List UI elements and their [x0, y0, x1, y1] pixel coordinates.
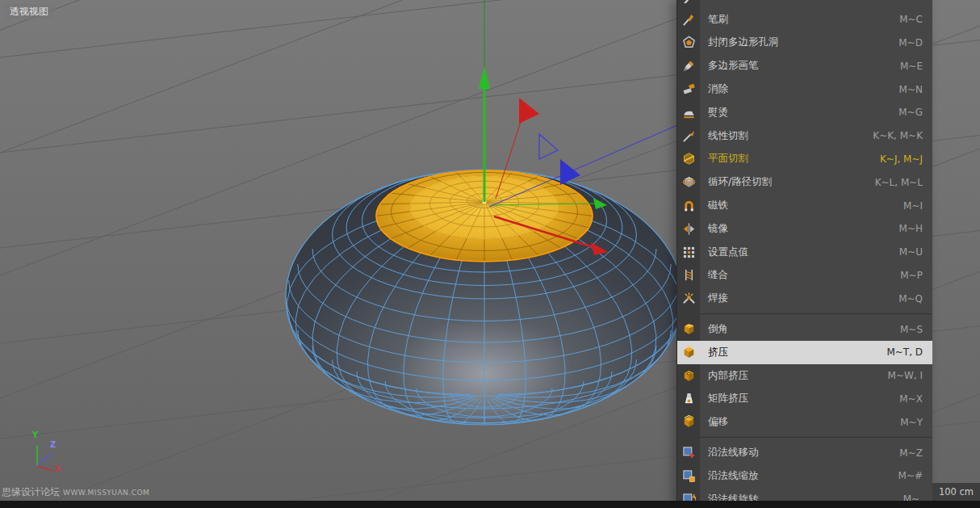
menu-item-label: 循环/路径切割 [700, 175, 875, 189]
set-point-value-icon [677, 241, 700, 264]
mirror-icon [677, 217, 700, 241]
axis-x-label: X [55, 464, 61, 473]
menu-item-bevel[interactable]: 倒角M~S [677, 317, 932, 341]
menu-item-loop-path-cut[interactable]: 循环/路径切割K~L, M~L [677, 170, 932, 194]
menu-item-shortcut: M~N [899, 84, 932, 95]
menu-item-magnet[interactable]: 磁铁M~I [677, 194, 932, 217]
menu-item-set-point-value[interactable]: 设置点值M~U [677, 241, 932, 264]
menu-item-line-cut[interactable]: 线性切割K~K, M~K [677, 124, 932, 148]
polygon-pen-icon [677, 54, 700, 78]
menu-item-shortcut: M~Y [900, 417, 932, 428]
menu-item-plane-cut[interactable]: 平面切割K~J, M~J [677, 148, 932, 171]
smooth-shift-icon [677, 410, 700, 434]
menu-item-close-polygon-hole[interactable]: 封闭多边形孔洞M~D [677, 31, 932, 55]
menu-item-label: 内部挤压 [700, 369, 888, 383]
dissolve-icon [677, 78, 700, 101]
iron-icon [677, 101, 700, 124]
menu-item-label: 沿法线移动 [700, 446, 899, 460]
menu-item-label: 多边形画笔 [700, 59, 900, 73]
menu-item-shortcut: K~J, M~J [880, 153, 932, 165]
watermark-url: WWW.MISSYUAN.COM [63, 489, 149, 497]
bevel-icon [677, 317, 700, 341]
menu-item-shortcut: K~L, M~L [875, 177, 932, 188]
matrix-extrude-icon [677, 388, 700, 411]
view-label[interactable]: 透视视图 [5, 4, 53, 19]
menu-item-shortcut: M~E [900, 61, 932, 72]
menu-item-partial-tool[interactable] [677, 0, 932, 8]
stitch-icon [677, 264, 700, 288]
menu-item-label: 熨烫 [700, 106, 898, 120]
menu-item-label: 消除 [700, 82, 899, 96]
context-menu-items: 笔刷M~C封闭多边形孔洞M~D多边形画笔M~E消除M~N熨烫M~G线性切割K~K… [677, 0, 932, 508]
menu-item-label: 笔刷 [700, 13, 899, 27]
menu-separator [677, 434, 932, 441]
watermark-forum-name: 思缘设计论坛 [2, 485, 60, 499]
menu-item-shortcut: M~T, D [886, 346, 932, 358]
menu-item-shortcut: M~W, I [888, 370, 932, 381]
menu-item-stitch[interactable]: 缝合M~P [677, 264, 932, 288]
menu-item-mirror[interactable]: 镜像M~H [677, 217, 932, 241]
brush-icon [677, 8, 700, 31]
menu-item-move-along-normals[interactable]: 沿法线移动M~Z [677, 441, 932, 464]
axis-triad: Y Z X [24, 432, 81, 476]
menu-item-inner-extrude[interactable]: 内部挤压M~W, I [677, 364, 932, 388]
menu-item-shortcut: M~S [900, 324, 932, 335]
menu-item-smooth-shift[interactable]: 偏移M~Y [677, 410, 932, 434]
menu-item-shortcut: M~Z [899, 447, 932, 459]
magnet-icon [677, 194, 700, 217]
scale-indicator: 100 cm [932, 483, 980, 501]
menu-item-brush[interactable]: 笔刷M~C [677, 8, 932, 31]
menu-separator [677, 310, 932, 317]
menu-item-label: 焊接 [700, 292, 898, 305]
c4d-window: 透视视图 思缘设计论坛 WWW.MISSYUAN.COM Y Z X 笔刷M~C… [0, 0, 980, 508]
menu-item-dissolve[interactable]: 消除M~N [677, 78, 932, 101]
watermark: 思缘设计论坛 WWW.MISSYUAN.COM [2, 485, 149, 499]
extrude-icon [677, 341, 700, 364]
plane-cut-icon [677, 148, 700, 171]
partial-tool-icon [677, 0, 700, 8]
menu-item-label: 缝合 [700, 268, 900, 282]
menu-item-label: 倒角 [700, 322, 900, 336]
menu-item-shortcut: M~I [903, 200, 932, 212]
close-polygon-hole-icon [677, 31, 700, 55]
context-menu: 笔刷M~C封闭多边形孔洞M~D多边形画笔M~E消除M~N熨烫M~G线性切割K~K… [676, 0, 932, 508]
inner-extrude-icon [677, 364, 700, 388]
scale-along-normals-icon [677, 464, 700, 488]
bottom-bar [0, 501, 980, 508]
menu-item-shortcut: M~C [899, 14, 932, 25]
menu-item-shortcut: M~X [899, 393, 932, 405]
menu-item-shortcut: M~Q [898, 293, 932, 304]
menu-item-iron[interactable]: 熨烫M~G [677, 101, 932, 124]
menu-item-shortcut: M~# [898, 470, 932, 481]
menu-item-matrix-extrude[interactable]: 矩阵挤压M~X [677, 388, 932, 411]
menu-item-shortcut: M~G [898, 107, 932, 118]
move-along-normals-icon [677, 441, 700, 464]
menu-item-label: 磁铁 [700, 199, 903, 212]
menu-item-label: 线性切割 [700, 129, 873, 143]
menu-item-shortcut: M~D [898, 37, 932, 48]
menu-item-label: 镜像 [700, 222, 899, 236]
menu-item-label: 设置点值 [700, 246, 899, 259]
line-cut-icon [677, 124, 700, 148]
menu-item-shortcut: K~K, M~K [873, 130, 932, 141]
menu-item-polygon-pen[interactable]: 多边形画笔M~E [677, 54, 932, 78]
menu-item-shortcut: M~H [899, 223, 932, 234]
weld-icon [677, 287, 700, 310]
menu-item-weld[interactable]: 焊接M~Q [677, 287, 932, 310]
axis-y-label: Y [32, 430, 38, 439]
menu-item-label: 封闭多边形孔洞 [700, 36, 898, 49]
menu-item-label: 沿法线缩放 [700, 469, 898, 483]
menu-item-extrude[interactable]: 挤压M~T, D [677, 341, 932, 364]
loop-path-cut-icon [677, 170, 700, 194]
axis-z-label: Z [50, 440, 56, 449]
menu-item-label: 偏移 [700, 415, 900, 429]
menu-item-scale-along-normals[interactable]: 沿法线缩放M~# [677, 464, 932, 488]
menu-item-label: 挤压 [700, 346, 886, 359]
menu-item-label: 平面切割 [700, 152, 880, 166]
menu-item-shortcut: M~P [900, 270, 932, 281]
menu-item-label: 矩阵挤压 [700, 392, 899, 405]
menu-item-shortcut: M~U [899, 246, 932, 258]
